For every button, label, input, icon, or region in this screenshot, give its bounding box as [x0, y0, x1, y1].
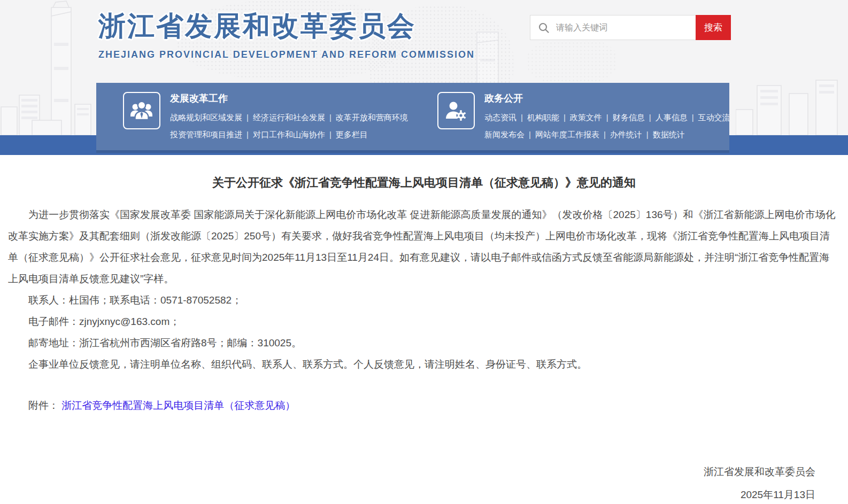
search-button[interactable]: 搜索: [696, 15, 731, 40]
nav-row: 战略规划和区域发展|经济运行和社会发展|改革开放和营商环境: [170, 109, 408, 126]
nav-link[interactable]: 财务信息: [613, 113, 645, 122]
nav-link[interactable]: 机构职能: [527, 113, 559, 122]
nav-separator: |: [564, 113, 566, 122]
nav-link[interactable]: 互动交流: [698, 113, 730, 122]
contact-line-email: 电子邮件：zjnyjxnyc@163.com；: [8, 311, 839, 332]
nav-separator: |: [329, 113, 332, 122]
nav-section: 政务公开动态资讯|机构职能|政策文件|财务信息|人事信息|互动交流新闻发布会|网…: [437, 92, 730, 143]
contact-line-address: 邮寄地址：浙江省杭州市西湖区省府路8号；邮编：310025。: [8, 332, 839, 354]
site-logo[interactable]: 浙江省发展和改革委员会 ZHEJIANG PROVINCIAL DEVELOPM…: [98, 11, 475, 60]
nav-link[interactable]: 经济运行和社会发展: [253, 113, 325, 122]
nav-separator: |: [329, 130, 332, 139]
nav-link[interactable]: 动态资讯: [484, 113, 516, 122]
attachment-link[interactable]: 浙江省竞争性配置海上风电项目清单（征求意见稿）: [61, 400, 295, 411]
feedback-note: 企事业单位反馈意见，请注明单位名称、组织代码、联系人、联系方式。个人反馈意见，请…: [8, 354, 839, 375]
article-title: 关于公开征求《浙江省竞争性配置海上风电项目清单（征求意见稿）》意见的通知: [11, 175, 837, 191]
search-icon: [538, 22, 550, 34]
nav-link[interactable]: 数据统计: [653, 130, 685, 139]
search-bar: 搜索: [530, 15, 731, 40]
nav-separator: |: [649, 113, 651, 122]
nav-section-title[interactable]: 政务公开: [484, 92, 730, 105]
nav-separator: |: [604, 130, 606, 139]
user-gear-icon: [437, 92, 475, 129]
contact-line-person: 联系人：杜国伟；联系电话：0571-87052582；: [8, 290, 839, 311]
article-body: 为进一步贯彻落实《国家发展改革委 国家能源局关于深化新能源上网电价市场化改革 促…: [8, 204, 839, 375]
people-group-icon: [123, 92, 160, 129]
nav-row: 投资管理和项目推进|对口工作和山海协作|更多栏目: [170, 126, 408, 143]
attachment-label: 附件：: [28, 400, 59, 411]
nav-separator: |: [646, 130, 649, 139]
article-area: 关于公开征求《浙江省竞争性配置海上风电项目清单（征求意见稿）》意见的通知 为进一…: [0, 155, 848, 504]
nav-row: 新闻发布会|网站年度工作报表|办件统计|数据统计: [484, 126, 730, 143]
signature: 浙江省发展和改革委员会: [0, 460, 815, 483]
nav-link[interactable]: 投资管理和项目推进: [170, 130, 242, 139]
nav-row: 动态资讯|机构职能|政策文件|财务信息|人事信息|互动交流: [484, 109, 730, 126]
nav-section: 发展改革工作战略规划和区域发展|经济运行和社会发展|改革开放和营商环境投资管理和…: [123, 92, 408, 143]
nav-separator: |: [692, 113, 694, 122]
site-subtitle: ZHEJIANG PROVINCIAL DEVELOPMENT AND REFO…: [98, 49, 475, 60]
skyline-decoration-right: [736, 0, 848, 135]
search-input[interactable]: [555, 22, 696, 33]
attachment-line: 附件： 浙江省竞争性配置海上风电项目清单（征求意见稿）: [8, 395, 839, 416]
notice-paragraph: 为进一步贯彻落实《国家发展改革委 国家能源局关于深化新能源上网电价市场化改革 促…: [8, 204, 839, 290]
nav-separator: |: [246, 130, 249, 139]
worldmap-dots-decoration: [527, 37, 618, 86]
main-nav: 发展改革工作战略规划和区域发展|经济运行和社会发展|改革开放和营商环境投资管理和…: [96, 83, 729, 150]
nav-link[interactable]: 网站年度工作报表: [535, 130, 599, 139]
nav-link[interactable]: 对口工作和山海协作: [253, 130, 325, 139]
nav-section-title[interactable]: 发展改革工作: [170, 92, 408, 105]
nav-separator: |: [606, 113, 608, 122]
nav-link[interactable]: 改革开放和营商环境: [336, 113, 408, 122]
nav-link[interactable]: 办件统计: [610, 130, 642, 139]
nav-link[interactable]: 政策文件: [570, 113, 602, 122]
nav-link[interactable]: 更多栏目: [336, 130, 368, 139]
site-title: 浙江省发展和改革委员会: [98, 11, 475, 42]
nav-link[interactable]: 人事信息: [656, 113, 688, 122]
nav-link[interactable]: 新闻发布会: [484, 130, 525, 139]
nav-separator: |: [529, 130, 531, 139]
article-footer: 浙江省发展和改革委员会 2025年11月13日: [0, 460, 815, 504]
nav-separator: |: [521, 113, 523, 122]
nav-link[interactable]: 战略规划和区域发展: [170, 113, 242, 122]
page: 浙江省发展和改革委员会 ZHEJIANG PROVINCIAL DEVELOPM…: [0, 0, 848, 504]
nav-separator: |: [246, 113, 249, 122]
publish-date: 2025年11月13日: [0, 483, 815, 504]
